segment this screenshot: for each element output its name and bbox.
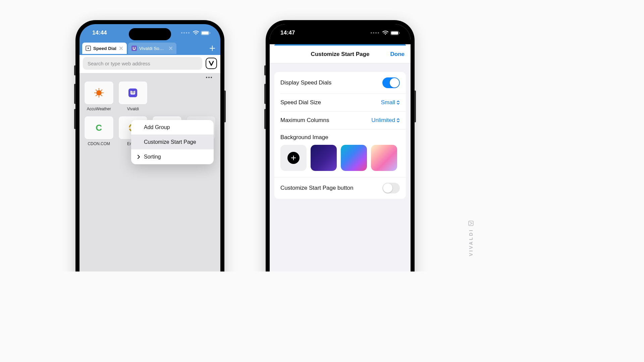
tab-active[interactable]: Speed Dial	[82, 43, 127, 54]
setting-row-customize-button: Customize Start Page button	[274, 177, 406, 199]
close-icon[interactable]	[119, 46, 123, 51]
sheet-title: Customize Start Page	[311, 51, 370, 58]
speed-dial-icon	[86, 46, 91, 51]
settings-card: Display Speed Dials Speed Dial Size Smal…	[274, 72, 406, 199]
menu-item-customize[interactable]: Customize Start Page	[131, 135, 214, 149]
setting-row-max-columns[interactable]: Maximum Columns Unlimited	[274, 112, 406, 129]
vivaldi-icon	[208, 60, 214, 66]
setting-value: Small	[381, 99, 395, 106]
add-background-button[interactable]	[280, 145, 307, 171]
wifi-icon	[382, 31, 388, 35]
toggle-customize-button[interactable]	[382, 183, 400, 193]
battery-icon	[390, 31, 400, 35]
setting-row-speed-dial-size[interactable]: Speed Dial Size Small	[274, 94, 406, 111]
power-button	[414, 90, 416, 122]
new-tab-button[interactable]	[207, 43, 218, 54]
vivaldi-icon	[468, 221, 474, 226]
chevron-right-icon	[137, 155, 141, 159]
cellular-icon	[181, 32, 190, 34]
menu-item-sorting[interactable]: Sorting	[131, 149, 214, 164]
dynamic-island	[319, 28, 361, 40]
tab-inactive[interactable]: Vivaldi Socia...	[128, 43, 176, 54]
status-time: 14:47	[280, 29, 295, 36]
setting-row-display-speed-dials: Display Speed Dials	[274, 72, 406, 94]
background-option[interactable]	[341, 145, 367, 171]
wifi-icon	[193, 31, 199, 35]
plus-icon	[291, 155, 296, 161]
phone-device-left: 14:44 Speed Dial Vivaldi Socia...	[75, 20, 224, 272]
status-time: 14:44	[92, 29, 107, 36]
menu-item-label: Add Group	[144, 124, 170, 130]
menu-item-add-group[interactable]: Add Group	[131, 120, 214, 135]
plus-icon	[209, 45, 216, 52]
svg-rect-2	[210, 32, 210, 34]
tab-title: Vivaldi Socia...	[139, 46, 166, 51]
setting-label: Customize Start Page button	[280, 185, 353, 191]
sheet-header: Customize Start Page Done	[270, 46, 411, 63]
setting-label: Maximum Columns	[280, 117, 329, 124]
phone-device-right: 14:47 Customize Start Page Done	[266, 20, 415, 272]
vivaldi-social-icon	[131, 46, 137, 51]
tab-title: Speed Dial	[93, 46, 116, 51]
svg-rect-1	[202, 32, 209, 35]
volume-up-button	[264, 84, 266, 104]
address-bar[interactable]: Search or type web address	[83, 57, 202, 70]
svg-point-4	[88, 48, 89, 49]
setting-label: Background Image	[280, 134, 400, 141]
watermark-text: VIVALDI	[468, 229, 474, 256]
volume-down-button	[264, 109, 266, 129]
setting-row-background-image: Background Image	[274, 129, 406, 177]
menu-item-label: Customize Start Page	[144, 139, 196, 145]
cellular-icon	[371, 32, 379, 34]
setting-label: Display Speed Dials	[280, 79, 331, 86]
vivaldi-menu-button[interactable]	[206, 58, 217, 69]
address-placeholder: Search or type web address	[88, 61, 150, 66]
toggle-display-speed-dials[interactable]	[382, 77, 400, 88]
volume-down-button	[74, 109, 76, 129]
done-button[interactable]: Done	[390, 51, 405, 58]
select-arrows-icon	[396, 100, 400, 105]
svg-rect-14	[399, 32, 400, 34]
tab-strip: Speed Dial Vivaldi Socia...	[79, 42, 220, 55]
dynamic-island	[129, 28, 171, 40]
svg-rect-15	[469, 221, 473, 226]
side-button	[264, 65, 266, 75]
setting-value: Unlimited	[371, 117, 395, 124]
svg-rect-13	[391, 32, 398, 35]
close-icon[interactable]	[168, 46, 173, 51]
side-button	[74, 65, 76, 75]
background-option[interactable]	[311, 145, 337, 171]
context-menu: Add Group Customize Start Page Sorting	[131, 120, 214, 164]
power-button	[224, 90, 226, 122]
modal-overlay[interactable]	[79, 73, 220, 272]
menu-item-label: Sorting	[144, 154, 161, 160]
background-option[interactable]	[371, 145, 397, 171]
vivaldi-watermark: VIVALDI	[468, 221, 474, 256]
select-arrows-icon	[396, 118, 400, 123]
battery-icon	[201, 31, 210, 35]
setting-label: Speed Dial Size	[280, 99, 321, 106]
volume-up-button	[74, 84, 76, 104]
